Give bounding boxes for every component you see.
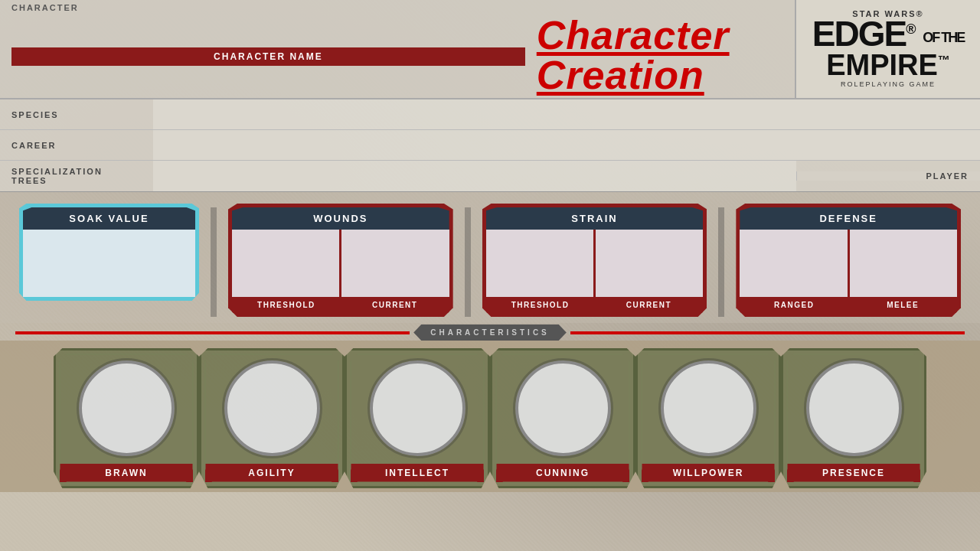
- strain-panel: Strain Threshold Current: [482, 204, 707, 317]
- strain-threshold-label: Threshold: [486, 297, 595, 313]
- player-box: Player: [796, 171, 980, 181]
- intellect-oval[interactable]: [370, 360, 466, 456]
- wounds-panel: Wounds Threshold Current: [228, 204, 453, 317]
- char-line-left: [15, 331, 410, 334]
- willpower-oval-container: [658, 358, 758, 458]
- top-section: Character Character Name Character Creat…: [0, 0, 980, 99]
- characteristics-badge: Characteristics: [413, 324, 567, 341]
- soak-panel: Soak Value: [19, 204, 199, 301]
- page-title: Character Creation: [537, 15, 783, 95]
- agility-oval-container: [222, 358, 322, 458]
- agility-oval[interactable]: [224, 360, 320, 456]
- wounds-threshold-label: Threshold: [232, 297, 341, 313]
- logo-empire-text: Empire™: [812, 51, 964, 80]
- logo-container: Star Wars® Edge® of the Empire™ Roleplay…: [812, 10, 964, 87]
- presence-oval-container: [804, 358, 903, 458]
- cunning-oval-container: [513, 358, 612, 458]
- defense-body: [740, 230, 957, 297]
- brawn-oval-container: [77, 358, 176, 458]
- defense-ranged-label: Ranged: [740, 297, 848, 313]
- wounds-threshold-input[interactable]: [232, 230, 341, 297]
- strain-current-input[interactable]: [596, 230, 703, 297]
- defense-melee-input[interactable]: [850, 230, 957, 297]
- strain-body: [486, 230, 704, 297]
- divider-2: [465, 207, 471, 317]
- cunning-oval[interactable]: [515, 360, 611, 456]
- character-info: Character Character Name Character Creat…: [0, 0, 796, 98]
- char-card-agility: Agility: [199, 348, 345, 488]
- agility-label: Agility: [205, 464, 338, 482]
- strain-threshold-input[interactable]: [486, 230, 596, 297]
- wounds-current-label: Current: [341, 297, 449, 313]
- wounds-body: [232, 230, 449, 297]
- char-card-brawn: Brawn: [54, 348, 199, 488]
- career-input[interactable]: [153, 130, 980, 160]
- willpower-oval[interactable]: [661, 360, 756, 456]
- character-name-row: Character Name Character Creation: [11, 15, 783, 95]
- stats-bar: Soak Value Wounds Threshold Current: [0, 192, 980, 323]
- spec-row: Specialization Trees Player: [0, 161, 980, 191]
- char-card-cunning: Cunning: [490, 348, 635, 488]
- divider-3: [718, 207, 724, 317]
- logo-rpg-text: Roleplaying Game: [812, 81, 964, 88]
- soak-value-box[interactable]: [23, 230, 195, 297]
- brawn-label: Brawn: [60, 464, 193, 482]
- divider-1: [211, 207, 217, 317]
- intellect-label: Intellect: [351, 464, 484, 482]
- presence-oval[interactable]: [806, 360, 902, 456]
- career-label: Career: [0, 141, 153, 150]
- characteristics-row: Brawn Agility Intellect Cunning: [0, 341, 980, 492]
- soak-header: Soak Value: [23, 207, 195, 230]
- char-card-willpower: Willpower: [635, 348, 781, 488]
- char-banner-wrapper: Characteristics: [15, 324, 965, 341]
- willpower-label: Willpower: [642, 464, 775, 482]
- strain-header: Strain: [486, 207, 704, 230]
- char-card-intellect: Intellect: [345, 348, 490, 488]
- intellect-oval-container: [368, 358, 467, 458]
- wounds-header: Wounds: [232, 207, 449, 230]
- career-row: Career: [0, 130, 980, 161]
- species-label: Species: [0, 110, 153, 119]
- fields-section: Species Career Specialization Trees Play…: [0, 99, 980, 192]
- wounds-footer: Threshold Current: [232, 297, 449, 313]
- defense-melee-label: Melee: [848, 297, 957, 313]
- character-name-label: Character Name: [11, 47, 525, 66]
- char-card-presence: Presence: [781, 348, 926, 488]
- page-wrapper: Character Character Name Character Creat…: [0, 0, 980, 551]
- defense-footer: Ranged Melee: [740, 297, 957, 313]
- defense-header: Defense: [740, 207, 957, 230]
- brawn-oval[interactable]: [79, 360, 175, 456]
- defense-ranged-input[interactable]: [740, 230, 849, 297]
- wounds-current-input[interactable]: [341, 230, 449, 297]
- char-line-right: [570, 331, 965, 334]
- logo-section: Star Wars® Edge® of the Empire™ Roleplay…: [796, 0, 980, 98]
- player-label: Player: [926, 171, 969, 181]
- cunning-label: Cunning: [496, 464, 629, 482]
- species-input[interactable]: [153, 99, 980, 129]
- character-label: Character: [11, 3, 783, 12]
- defense-panel: Defense Ranged Melee: [736, 204, 961, 317]
- strain-current-label: Current: [595, 297, 704, 313]
- presence-label: Presence: [787, 464, 920, 482]
- spec-label: Specialization Trees: [0, 167, 153, 185]
- species-row: Species: [0, 99, 980, 130]
- spec-input[interactable]: [153, 161, 796, 191]
- logo-edge-text: Edge® of the: [812, 18, 964, 50]
- strain-footer: Threshold Current: [486, 297, 704, 313]
